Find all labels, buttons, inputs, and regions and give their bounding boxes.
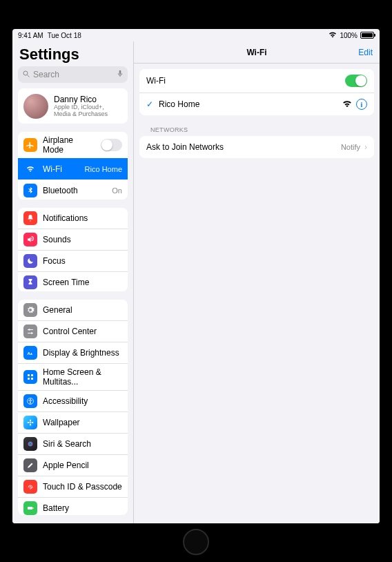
settings-title: Settings: [12, 41, 133, 66]
svg-point-6: [31, 333, 33, 335]
status-time: 9:41 AM: [18, 32, 43, 39]
sidebar-item-apple-pencil[interactable]: Apple Pencil: [18, 454, 128, 476]
sidebar-item-battery[interactable]: Battery: [18, 497, 128, 515]
battery-icon: [23, 501, 37, 515]
sidebar-screentime-label: Screen Time: [43, 278, 89, 287]
sidebar-group-general: General Control Center AA Display & Brig…: [18, 300, 128, 515]
sidebar-item-siri[interactable]: Siri & Search: [18, 433, 128, 454]
sidebar-battery-label: Battery: [43, 503, 69, 513]
sidebar-item-focus[interactable]: Focus: [18, 250, 128, 271]
svg-point-17: [30, 424, 31, 426]
sidebar-item-home-screen[interactable]: Home Screen & Multitas...: [18, 363, 128, 390]
sidebar-notifications-label: Notifications: [43, 213, 88, 223]
sidebar-touchid-label: Touch ID & Passcode: [43, 482, 122, 492]
pencil-icon: [23, 458, 37, 472]
detail-header: Wi-Fi Edit: [134, 41, 380, 64]
sidebar-bluetooth-value: On: [112, 186, 122, 195]
sidebar-siri-label: Siri & Search: [43, 439, 91, 449]
sliders-icon: [23, 324, 37, 338]
search-input[interactable]: Search: [18, 66, 128, 83]
sidebar-control-label: Control Center: [43, 327, 97, 336]
sidebar-item-notifications[interactable]: Notifications: [18, 208, 128, 229]
svg-rect-22: [28, 507, 32, 510]
wifi-signal-icon: [342, 99, 352, 109]
text-size-icon: AA: [23, 346, 37, 360]
sidebar-homescreen-label: Home Screen & Multitas...: [43, 367, 122, 387]
bell-icon: [23, 211, 37, 225]
ipad-device-frame: 9:41 AM Tue Oct 18 100% Settings: [0, 0, 392, 562]
svg-point-18: [28, 422, 30, 423]
wifi-toggle[interactable]: [345, 75, 367, 87]
mic-icon[interactable]: [117, 70, 124, 80]
sidebar-item-touch-id[interactable]: Touch ID & Passcode: [18, 476, 128, 497]
svg-rect-2: [119, 70, 121, 74]
info-icon[interactable]: i: [356, 99, 367, 110]
wifi-label: Wi-Fi: [146, 76, 166, 86]
flower-icon: [23, 416, 37, 429]
screen: 9:41 AM Tue Oct 18 100% Settings: [12, 29, 380, 523]
wifi-detail-pane: Wi-Fi Edit Wi-Fi ✓ Rico Home: [133, 41, 380, 523]
sidebar-group-connectivity: Airplane Mode Wi-Fi Rico Home: [18, 132, 128, 200]
sidebar-pencil-label: Apple Pencil: [43, 461, 89, 470]
sidebar-item-accessibility[interactable]: Accessibility: [18, 390, 128, 411]
battery-percent: 100%: [340, 32, 357, 39]
ask-join-label: Ask to Join Networks: [146, 142, 224, 152]
speaker-icon: [23, 233, 37, 246]
gear-icon: [23, 303, 37, 317]
sidebar-item-bluetooth[interactable]: Bluetooth On: [18, 180, 128, 200]
sidebar-general-label: General: [43, 305, 72, 315]
sidebar-display-label: Display & Brightness: [43, 348, 119, 358]
sidebar-item-airplane[interactable]: Airplane Mode: [18, 132, 128, 158]
sidebar-item-display[interactable]: AA Display & Brightness: [18, 342, 128, 363]
sidebar-focus-label: Focus: [43, 256, 66, 266]
search-placeholder: Search: [33, 70, 59, 79]
sidebar-sounds-label: Sounds: [43, 235, 71, 244]
sidebar-airplane-label: Airplane Mode: [43, 135, 95, 155]
search-icon: [22, 70, 30, 80]
avatar: [23, 94, 48, 119]
profile-name: Danny Rico: [54, 95, 122, 104]
wifi-toggle-row: Wi-Fi: [139, 69, 374, 93]
accessibility-icon: [23, 394, 37, 408]
sidebar-item-control-center[interactable]: Control Center: [18, 320, 128, 342]
settings-sidebar: Settings Search: [12, 41, 133, 523]
check-icon: ✓: [146, 99, 155, 109]
svg-rect-3: [28, 329, 33, 330]
sidebar-item-wallpaper[interactable]: Wallpaper: [18, 411, 128, 433]
sidebar-group-alerts: Notifications Sounds Focus: [18, 208, 128, 291]
svg-point-21: [30, 443, 32, 445]
apple-id-card[interactable]: Danny Rico Apple ID, iCloud+, Media & Pu…: [18, 88, 128, 124]
svg-point-14: [30, 399, 31, 400]
svg-rect-12: [31, 378, 33, 380]
home-button[interactable]: [183, 529, 209, 555]
sidebar-item-screen-time[interactable]: Screen Time: [18, 271, 128, 291]
ask-to-join-row[interactable]: Ask to Join Networks Notify ›: [139, 136, 374, 158]
svg-point-19: [32, 422, 34, 423]
svg-text:A: A: [30, 352, 32, 356]
wifi-icon: [329, 31, 337, 39]
detail-title: Wi-Fi: [246, 48, 266, 57]
svg-point-15: [30, 422, 31, 423]
bluetooth-icon: [23, 184, 37, 197]
moon-icon: [23, 254, 37, 268]
svg-rect-11: [28, 378, 30, 380]
sidebar-wifi-label: Wi-Fi: [43, 164, 62, 174]
battery-icon: [360, 32, 374, 39]
fingerprint-icon: [23, 480, 37, 494]
networks-section-label: Networks: [139, 118, 374, 136]
edit-button[interactable]: Edit: [358, 48, 373, 57]
svg-point-4: [28, 329, 30, 331]
airplane-toggle[interactable]: [101, 139, 122, 151]
status-date: Tue Oct 18: [48, 32, 81, 39]
sidebar-item-sounds[interactable]: Sounds: [18, 229, 128, 250]
svg-line-1: [28, 75, 30, 77]
sidebar-item-wifi[interactable]: Wi-Fi Rico Home: [18, 158, 128, 180]
svg-rect-9: [28, 374, 30, 376]
profile-sub: Apple ID, iCloud+, Media & Purchases: [54, 104, 122, 118]
airplane-icon: [23, 138, 37, 152]
svg-point-16: [30, 420, 31, 422]
current-network: Rico Home: [159, 99, 199, 109]
svg-rect-10: [31, 374, 33, 376]
sidebar-item-general[interactable]: General: [18, 300, 128, 320]
current-network-row[interactable]: ✓ Rico Home i: [139, 93, 374, 115]
